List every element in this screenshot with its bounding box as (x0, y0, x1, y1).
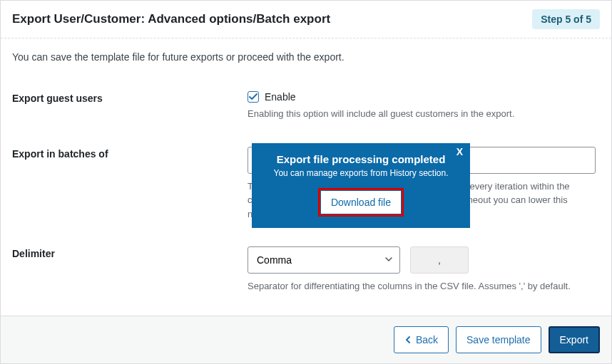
enable-checkbox-row: Enable (248, 91, 600, 103)
popup-title: Export file processing completed (262, 153, 460, 165)
delimiter-help-text: Separator for differentiating the column… (248, 279, 600, 293)
intro-text: You can save the template file for futur… (12, 51, 600, 63)
page-title: Export User/Customer: Advanced options/B… (12, 12, 330, 26)
back-button[interactable]: Back (394, 326, 449, 353)
back-button-label: Back (416, 334, 438, 345)
save-template-button[interactable]: Save template (456, 326, 541, 353)
save-template-label: Save template (466, 334, 531, 345)
popup-close-button[interactable]: X (457, 146, 463, 157)
export-wizard-panel: Export User/Customer: Advanced options/B… (0, 0, 612, 364)
delimiter-select-container: Comma (248, 246, 400, 274)
guest-help-text: Enabling this option will include all gu… (248, 107, 600, 121)
enable-checkbox[interactable] (248, 91, 259, 103)
panel-header: Export User/Customer: Advanced options/B… (1, 1, 611, 38)
field-delimiter: Delimiter Comma , Separator for differen… (12, 246, 600, 293)
guest-users-control: Enable Enabling this option will include… (248, 91, 600, 121)
download-highlight: Download file (318, 188, 404, 217)
delimiter-select[interactable]: Comma (248, 246, 400, 274)
delimiter-char-box: , (410, 246, 469, 274)
batches-label: Export in batches of (12, 147, 248, 222)
delimiter-control: Comma , Separator for differentiating th… (248, 246, 600, 293)
export-button[interactable]: Export (549, 326, 600, 353)
step-badge: Step 5 of 5 (532, 9, 600, 29)
popup-subtitle: You can manage exports from History sect… (262, 168, 460, 178)
check-icon (249, 93, 257, 101)
export-complete-popup: X Export file processing completed You c… (252, 143, 470, 228)
delimiter-select-row: Comma , (248, 246, 600, 274)
field-export-guest-users: Export guest users Enable Enabling this … (12, 91, 600, 121)
guest-users-label: Export guest users (12, 91, 248, 121)
download-file-button[interactable]: Download file (321, 191, 401, 214)
chevron-left-icon (404, 336, 412, 344)
enable-label: Enable (265, 91, 296, 103)
export-button-label: Export (560, 334, 588, 345)
panel-footer: Back Save template Export (1, 316, 611, 363)
delimiter-label: Delimiter (12, 246, 248, 293)
